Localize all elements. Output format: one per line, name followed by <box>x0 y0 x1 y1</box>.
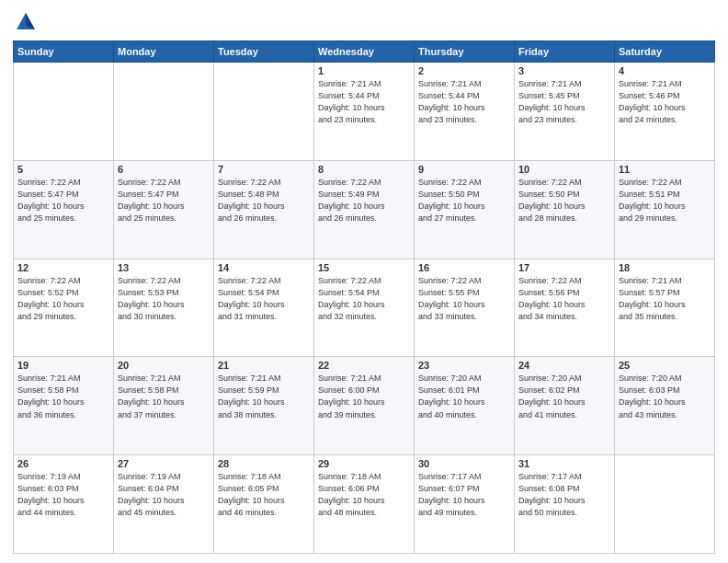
day-info: Sunrise: 7:22 AM Sunset: 5:50 PM Dayligh… <box>418 177 510 224</box>
day-info: Sunrise: 7:21 AM Sunset: 5:44 PM Dayligh… <box>318 78 410 126</box>
day-number: 8 <box>318 164 410 175</box>
day-number: 26 <box>17 458 109 469</box>
column-header-monday: Monday <box>114 41 214 63</box>
day-number: 10 <box>518 164 610 175</box>
day-info: Sunrise: 7:22 AM Sunset: 5:53 PM Dayligh… <box>118 275 210 323</box>
column-header-friday: Friday <box>515 41 615 63</box>
day-number: 21 <box>218 360 310 371</box>
calendar-cell: 5Sunrise: 7:22 AM Sunset: 5:47 PM Daylig… <box>14 160 114 259</box>
page: SundayMondayTuesdayWednesdayThursdayFrid… <box>0 0 728 563</box>
day-number: 14 <box>218 262 310 273</box>
calendar-cell <box>615 455 715 554</box>
calendar-cell: 10Sunrise: 7:22 AM Sunset: 5:50 PM Dayli… <box>515 160 615 259</box>
calendar-cell: 31Sunrise: 7:17 AM Sunset: 6:08 PM Dayli… <box>515 455 615 554</box>
calendar-cell: 21Sunrise: 7:21 AM Sunset: 5:59 PM Dayli… <box>214 357 314 455</box>
calendar-cell: 16Sunrise: 7:22 AM Sunset: 5:55 PM Dayli… <box>415 259 515 357</box>
day-info: Sunrise: 7:20 AM Sunset: 6:01 PM Dayligh… <box>418 373 510 420</box>
day-info: Sunrise: 7:17 AM Sunset: 6:08 PM Dayligh… <box>518 471 610 519</box>
day-info: Sunrise: 7:21 AM Sunset: 6:00 PM Dayligh… <box>318 373 410 420</box>
calendar-cell: 9Sunrise: 7:22 AM Sunset: 5:50 PM Daylig… <box>415 160 515 259</box>
day-number: 6 <box>118 164 210 175</box>
day-info: Sunrise: 7:22 AM Sunset: 5:49 PM Dayligh… <box>318 177 410 224</box>
day-number: 7 <box>218 164 310 175</box>
day-number: 29 <box>318 458 410 469</box>
day-info: Sunrise: 7:22 AM Sunset: 5:51 PM Dayligh… <box>619 177 711 224</box>
calendar-cell: 26Sunrise: 7:19 AM Sunset: 6:03 PM Dayli… <box>14 455 114 554</box>
day-number: 15 <box>318 262 410 273</box>
day-info: Sunrise: 7:22 AM Sunset: 5:54 PM Dayligh… <box>318 275 410 323</box>
calendar-cell: 17Sunrise: 7:22 AM Sunset: 5:56 PM Dayli… <box>515 259 615 357</box>
calendar-cell: 23Sunrise: 7:20 AM Sunset: 6:01 PM Dayli… <box>415 357 515 455</box>
column-header-tuesday: Tuesday <box>214 41 314 63</box>
day-number: 18 <box>619 262 711 273</box>
day-number: 25 <box>619 360 711 371</box>
calendar-cell: 8Sunrise: 7:22 AM Sunset: 5:49 PM Daylig… <box>314 160 415 259</box>
day-number: 12 <box>17 262 109 273</box>
day-number: 30 <box>418 458 510 469</box>
day-info: Sunrise: 7:21 AM Sunset: 5:46 PM Dayligh… <box>619 78 711 126</box>
calendar-week-row: 26Sunrise: 7:19 AM Sunset: 6:03 PM Dayli… <box>14 455 715 554</box>
day-info: Sunrise: 7:21 AM Sunset: 5:44 PM Dayligh… <box>418 78 510 126</box>
day-info: Sunrise: 7:21 AM Sunset: 5:58 PM Dayligh… <box>17 373 109 420</box>
day-number: 5 <box>17 164 109 175</box>
day-number: 13 <box>118 262 210 273</box>
column-header-saturday: Saturday <box>615 41 715 63</box>
calendar-cell: 13Sunrise: 7:22 AM Sunset: 5:53 PM Dayli… <box>114 259 214 357</box>
calendar-cell: 24Sunrise: 7:20 AM Sunset: 6:02 PM Dayli… <box>515 357 615 455</box>
calendar-cell: 4Sunrise: 7:21 AM Sunset: 5:46 PM Daylig… <box>615 63 715 161</box>
day-number: 4 <box>619 65 711 76</box>
calendar-cell: 25Sunrise: 7:20 AM Sunset: 6:03 PM Dayli… <box>615 357 715 455</box>
calendar-cell: 14Sunrise: 7:22 AM Sunset: 5:54 PM Dayli… <box>214 259 314 357</box>
day-info: Sunrise: 7:22 AM Sunset: 5:48 PM Dayligh… <box>218 177 310 224</box>
day-number: 22 <box>318 360 410 371</box>
calendar-week-row: 5Sunrise: 7:22 AM Sunset: 5:47 PM Daylig… <box>14 160 715 259</box>
day-info: Sunrise: 7:22 AM Sunset: 5:47 PM Dayligh… <box>118 177 210 224</box>
day-number: 27 <box>118 458 210 469</box>
day-info: Sunrise: 7:21 AM Sunset: 5:59 PM Dayligh… <box>218 373 310 420</box>
day-number: 16 <box>418 262 510 273</box>
day-info: Sunrise: 7:18 AM Sunset: 6:06 PM Dayligh… <box>318 471 410 519</box>
day-number: 1 <box>318 65 410 76</box>
day-number: 3 <box>518 65 610 76</box>
day-info: Sunrise: 7:22 AM Sunset: 5:55 PM Dayligh… <box>418 275 510 323</box>
calendar-cell: 7Sunrise: 7:22 AM Sunset: 5:48 PM Daylig… <box>214 160 314 259</box>
column-header-wednesday: Wednesday <box>314 41 415 63</box>
day-info: Sunrise: 7:22 AM Sunset: 5:47 PM Dayligh… <box>17 177 109 224</box>
day-info: Sunrise: 7:19 AM Sunset: 6:03 PM Dayligh… <box>17 471 109 519</box>
day-info: Sunrise: 7:22 AM Sunset: 5:56 PM Dayligh… <box>518 275 610 323</box>
day-info: Sunrise: 7:22 AM Sunset: 5:50 PM Dayligh… <box>518 177 610 224</box>
day-number: 11 <box>619 164 711 175</box>
logo <box>13 9 42 35</box>
day-info: Sunrise: 7:21 AM Sunset: 5:58 PM Dayligh… <box>118 373 210 420</box>
column-header-thursday: Thursday <box>415 41 515 63</box>
calendar-cell: 11Sunrise: 7:22 AM Sunset: 5:51 PM Dayli… <box>615 160 715 259</box>
calendar-week-row: 12Sunrise: 7:22 AM Sunset: 5:52 PM Dayli… <box>14 259 715 357</box>
day-number: 19 <box>17 360 109 371</box>
day-info: Sunrise: 7:20 AM Sunset: 6:02 PM Dayligh… <box>518 373 610 420</box>
calendar-week-row: 1Sunrise: 7:21 AM Sunset: 5:44 PM Daylig… <box>14 63 715 161</box>
calendar-cell: 27Sunrise: 7:19 AM Sunset: 6:04 PM Dayli… <box>114 455 214 554</box>
day-number: 2 <box>418 65 510 76</box>
column-header-sunday: Sunday <box>14 41 114 63</box>
calendar-cell: 1Sunrise: 7:21 AM Sunset: 5:44 PM Daylig… <box>314 63 415 161</box>
day-info: Sunrise: 7:19 AM Sunset: 6:04 PM Dayligh… <box>118 471 210 519</box>
day-number: 28 <box>218 458 310 469</box>
day-number: 20 <box>118 360 210 371</box>
calendar-cell: 22Sunrise: 7:21 AM Sunset: 6:00 PM Dayli… <box>314 357 415 455</box>
calendar-cell: 18Sunrise: 7:21 AM Sunset: 5:57 PM Dayli… <box>615 259 715 357</box>
header <box>13 9 715 35</box>
calendar-cell <box>14 63 114 161</box>
day-number: 17 <box>518 262 610 273</box>
day-number: 24 <box>518 360 610 371</box>
calendar-cell: 3Sunrise: 7:21 AM Sunset: 5:45 PM Daylig… <box>515 63 615 161</box>
calendar-header-row: SundayMondayTuesdayWednesdayThursdayFrid… <box>14 41 715 63</box>
calendar-cell: 19Sunrise: 7:21 AM Sunset: 5:58 PM Dayli… <box>14 357 114 455</box>
calendar-cell <box>214 63 314 161</box>
day-number: 9 <box>418 164 510 175</box>
day-info: Sunrise: 7:21 AM Sunset: 5:57 PM Dayligh… <box>619 275 711 323</box>
calendar-cell <box>114 63 214 161</box>
day-info: Sunrise: 7:22 AM Sunset: 5:54 PM Dayligh… <box>218 275 310 323</box>
calendar-cell: 12Sunrise: 7:22 AM Sunset: 5:52 PM Dayli… <box>14 259 114 357</box>
calendar-cell: 28Sunrise: 7:18 AM Sunset: 6:05 PM Dayli… <box>214 455 314 554</box>
calendar-cell: 30Sunrise: 7:17 AM Sunset: 6:07 PM Dayli… <box>415 455 515 554</box>
